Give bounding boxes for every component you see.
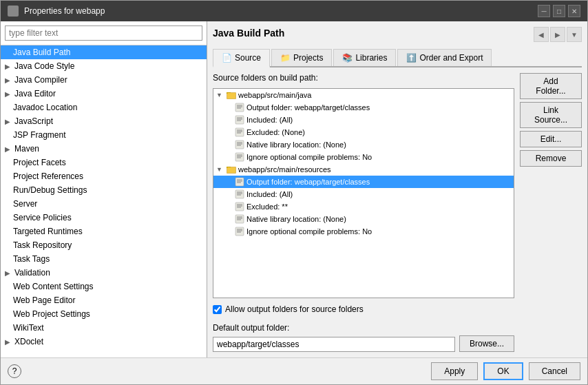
tree-item-label: webapp/src/main/java — [238, 91, 311, 99]
sidebar-item-label: WikiText — [13, 323, 44, 333]
sidebar-item[interactable]: Run/Debug Settings — [1, 183, 207, 197]
chevron-right-icon: ▶ — [5, 63, 10, 70]
sidebar-item[interactable]: Java Build Path — [1, 45, 207, 59]
sidebar-item[interactable]: Web Page Editor — [1, 293, 207, 307]
tree-item[interactable]: Excluded: (None) — [213, 126, 514, 138]
chevron-right-icon: ▶ — [5, 269, 10, 277]
chevron-right-icon: ▶ — [5, 145, 10, 153]
panel-body: Source folders on build path: ▼webapp/sr… — [213, 73, 582, 352]
source-icon: 📄 — [222, 53, 232, 63]
expand-arrow-icon: ▼ — [216, 166, 224, 173]
tree-item[interactable]: Native library location: (None) — [213, 138, 514, 151]
sidebar-item[interactable]: Task Repository — [1, 238, 207, 252]
tree-item[interactable]: ▼webapp/src/main/java — [213, 89, 514, 101]
svg-rect-11 — [235, 128, 244, 136]
tree-item[interactable]: Ignore optional compile problems: No — [213, 225, 514, 238]
tree-item[interactable]: Excluded: ** — [213, 200, 514, 213]
svg-rect-34 — [235, 202, 244, 211]
allow-output-checkbox[interactable] — [213, 305, 222, 314]
sidebar-item[interactable]: Javadoc Location — [1, 101, 207, 114]
forward-button[interactable]: ▶ — [550, 27, 565, 42]
sidebar-item[interactable]: ▶Maven — [1, 142, 207, 156]
sidebar-item[interactable]: Targeted Runtimes — [1, 225, 207, 238]
edit-button[interactable]: Edit... — [520, 131, 582, 147]
folder-icon — [227, 165, 236, 174]
sidebar-item[interactable]: JSP Fragment — [1, 128, 207, 142]
tree-item[interactable]: Included: (All) — [213, 114, 514, 126]
property-icon — [235, 127, 244, 137]
sidebar-item-label: Validation — [14, 268, 50, 278]
browse-button[interactable]: Browse... — [459, 335, 514, 352]
tree-item[interactable]: Native library location: (None) — [213, 213, 514, 225]
sidebar-item-label: JavaScript — [14, 116, 53, 126]
svg-rect-15 — [235, 141, 244, 149]
filter-input[interactable] — [5, 25, 202, 41]
properties-dialog: Properties for webapp ─ □ ✕ Java Build P… — [0, 0, 588, 385]
tree-item[interactable]: Output folder: webapp/target/classes — [213, 101, 514, 114]
tab-order-export[interactable]: ⬆️ Order and Export — [397, 49, 492, 66]
tree-item[interactable]: Output folder: webapp/target/classes — [213, 176, 514, 188]
tree-item-label: webapp/src/main/resources — [238, 165, 331, 174]
sidebar-item-label: Web Page Editor — [13, 295, 76, 305]
tree-item[interactable]: ▼webapp/src/main/resources — [213, 163, 514, 176]
add-folder-button[interactable]: Add Folder... — [520, 73, 582, 99]
sidebar-item[interactable]: WikiText — [1, 321, 207, 335]
bottom-left: ? — [8, 364, 21, 378]
svg-rect-26 — [235, 178, 244, 186]
sidebar-item[interactable]: Project Facets — [1, 156, 207, 169]
sidebar-item[interactable]: Server — [1, 197, 207, 211]
link-source-button[interactable]: Link Source... — [520, 102, 582, 128]
property-icon — [235, 115, 244, 125]
dropdown-button[interactable]: ▼ — [567, 27, 582, 42]
sidebar-item[interactable]: ▶Java Code Style — [1, 59, 207, 73]
tree-item-label: Native library location: (None) — [246, 215, 346, 223]
tree-item-label: Ignore optional compile problems: No — [246, 153, 372, 161]
sidebar: Java Build Path▶Java Code Style▶Java Com… — [1, 21, 207, 357]
tab-libraries[interactable]: 📚 Libraries — [333, 49, 396, 66]
property-icon — [235, 189, 244, 199]
help-button[interactable]: ? — [8, 364, 21, 378]
sidebar-item[interactable]: Web Project Settings — [1, 307, 207, 321]
sidebar-item[interactable]: ▶Validation — [1, 266, 207, 280]
svg-rect-2 — [227, 93, 235, 98]
tab-source[interactable]: 📄 Source — [213, 49, 270, 67]
svg-rect-3 — [235, 103, 244, 112]
sidebar-item[interactable]: ▶Java Editor — [1, 87, 207, 101]
sidebar-item[interactable]: Web Content Settings — [1, 280, 207, 293]
allow-output-row: Allow output folders for source folders — [213, 302, 514, 316]
back-button[interactable]: ◀ — [534, 27, 549, 42]
minimize-button[interactable]: ─ — [538, 5, 550, 17]
sidebar-item[interactable]: Project References — [1, 169, 207, 183]
sidebar-item-label: Task Tags — [13, 254, 50, 264]
sidebar-item[interactable]: ▶XDoclet — [1, 335, 207, 348]
titlebar: Properties for webapp ─ □ ✕ — [1, 1, 587, 21]
remove-button[interactable]: Remove — [520, 150, 582, 167]
ok-button[interactable]: OK — [483, 362, 523, 380]
default-output-section: Default output folder: Browse... — [213, 323, 514, 352]
tree-item-label: Output folder: webapp/target/classes — [246, 103, 370, 112]
sidebar-item-label: JSP Fragment — [13, 130, 65, 140]
panel-title: Java Build Path — [213, 28, 284, 39]
close-button[interactable]: ✕ — [568, 5, 580, 17]
default-output-input[interactable] — [213, 337, 455, 352]
sidebar-item-label: Java Compiler — [14, 75, 67, 85]
tree-item[interactable]: Included: (All) — [213, 188, 514, 200]
tree-item-label: Included: (All) — [246, 190, 293, 198]
svg-rect-7 — [235, 116, 244, 124]
tree-item[interactable]: Ignore optional compile problems: No — [213, 151, 514, 163]
sidebar-item[interactable]: Service Policies — [1, 211, 207, 225]
sidebar-item-label: Javadoc Location — [13, 103, 77, 112]
property-icon — [235, 140, 244, 149]
tab-projects[interactable]: 📁 Projects — [271, 49, 332, 66]
panel-left: Source folders on build path: ▼webapp/sr… — [213, 73, 514, 352]
sidebar-item-label: Web Content Settings — [13, 282, 94, 291]
sidebar-item-label: Targeted Runtimes — [13, 227, 83, 236]
cancel-button[interactable]: Cancel — [529, 362, 580, 380]
sidebar-item[interactable]: ▶JavaScript — [1, 114, 207, 128]
sidebar-item[interactable]: Task Tags — [1, 252, 207, 266]
apply-button[interactable]: Apply — [431, 362, 478, 380]
maximize-button[interactable]: □ — [553, 5, 565, 17]
svg-rect-38 — [235, 215, 244, 223]
sidebar-item-label: Java Editor — [14, 89, 56, 98]
sidebar-item[interactable]: ▶Java Compiler — [1, 73, 207, 87]
